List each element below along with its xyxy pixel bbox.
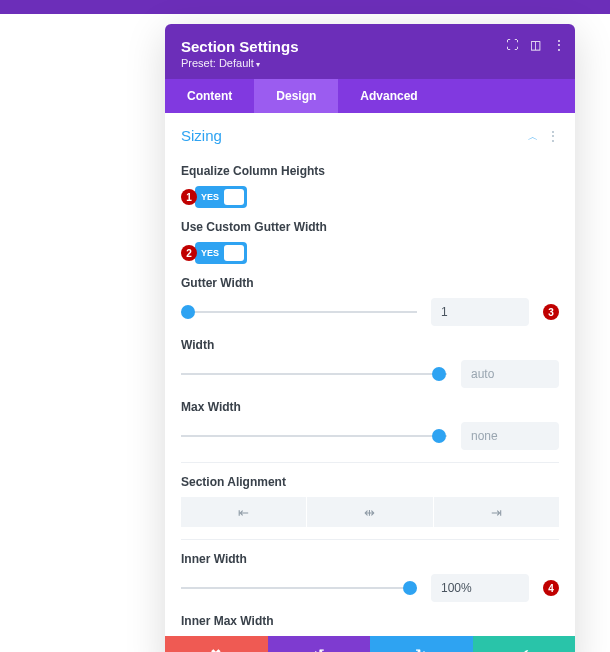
save-button[interactable]: ✔	[473, 636, 576, 652]
annotation-badge-3: 3	[543, 304, 559, 320]
custom-gutter-toggle[interactable]: YES	[195, 242, 247, 264]
max-width-label: Max Width	[181, 400, 559, 414]
redo-button[interactable]: ↻	[370, 636, 473, 652]
width-label: Width	[181, 338, 559, 352]
inner-width-row: 4	[181, 574, 559, 602]
gutter-width-label: Gutter Width	[181, 276, 559, 290]
max-width-slider[interactable]	[181, 427, 447, 445]
annotation-badge-4: 4	[543, 580, 559, 596]
check-icon: ✔	[518, 646, 530, 652]
toggle-knob	[224, 245, 244, 261]
modal-body: Sizing 〈 ⋮ .section-icons .chev{transfor…	[165, 113, 575, 636]
slider-track	[181, 311, 417, 313]
equalize-toggle-row: 1 YES	[181, 186, 559, 208]
inner-width-input[interactable]	[431, 574, 529, 602]
gutter-width-input[interactable]	[431, 298, 529, 326]
width-slider[interactable]	[181, 365, 447, 383]
preset-value: Default	[219, 57, 254, 69]
inner-width-slider[interactable]	[181, 579, 417, 597]
tab-content[interactable]: Content	[165, 79, 254, 113]
section-title: Sizing	[181, 127, 222, 144]
max-width-input[interactable]	[461, 422, 559, 450]
header-icons: ⛶ ◫ ⋮	[506, 38, 565, 52]
section-settings-modal: Section Settings Preset: Default▾ ⛶ ◫ ⋮ …	[165, 24, 575, 652]
caret-down-icon: ▾	[256, 60, 260, 69]
align-left-button[interactable]: ⇤	[181, 497, 306, 527]
slider-track	[181, 435, 447, 437]
modal-footer: ✖ ↺ ↻ ✔	[165, 636, 575, 652]
align-center-button[interactable]: ⇹	[306, 497, 432, 527]
section-alignment-row: ⇤ ⇹ ⇥	[181, 497, 559, 527]
annotation-badge-1: 1	[181, 189, 197, 205]
slider-track	[181, 587, 417, 589]
separator	[181, 539, 559, 540]
gutter-width-slider[interactable]	[181, 303, 417, 321]
align-right-button[interactable]: ⇥	[433, 497, 559, 527]
equalize-label: Equalize Column Heights	[181, 164, 559, 178]
section-alignment-label: Section Alignment	[181, 475, 559, 489]
undo-icon: ↺	[313, 646, 325, 652]
tab-advanced[interactable]: Advanced	[338, 79, 439, 113]
toggle-yes-label: YES	[197, 192, 223, 202]
custom-gutter-label: Use Custom Gutter Width	[181, 220, 559, 234]
page-top-bar	[0, 0, 610, 14]
equalize-toggle[interactable]: YES	[195, 186, 247, 208]
preset-prefix: Preset:	[181, 57, 219, 69]
max-width-row	[181, 422, 559, 450]
redo-icon: ↻	[415, 646, 427, 652]
annotation-badge-2: 2	[181, 245, 197, 261]
width-row	[181, 360, 559, 388]
close-icon: ✖	[210, 646, 222, 652]
modal-title: Section Settings	[181, 38, 559, 55]
slider-thumb[interactable]	[403, 581, 417, 595]
cancel-button[interactable]: ✖	[165, 636, 268, 652]
inner-max-width-label: Inner Max Width	[181, 614, 559, 628]
modal-header: Section Settings Preset: Default▾ ⛶ ◫ ⋮	[165, 24, 575, 79]
separator	[181, 462, 559, 463]
slider-thumb[interactable]	[181, 305, 195, 319]
responsive-icon[interactable]: ◫	[530, 38, 541, 52]
slider-thumb[interactable]	[432, 429, 446, 443]
section-head[interactable]: Sizing 〈 ⋮	[181, 113, 559, 152]
expand-icon[interactable]: ⛶	[506, 38, 518, 52]
chevron-up-icon[interactable]: 〈	[525, 131, 539, 141]
width-input[interactable]	[461, 360, 559, 388]
more-icon[interactable]: ⋮	[553, 38, 565, 52]
section-options-icon[interactable]: ⋮	[547, 129, 559, 143]
gutter-width-row: 3	[181, 298, 559, 326]
slider-track	[181, 373, 447, 375]
preset-selector[interactable]: Preset: Default▾	[181, 57, 559, 69]
custom-gutter-toggle-row: 2 YES	[181, 242, 559, 264]
toggle-yes-label: YES	[197, 248, 223, 258]
tab-bar: Content Design Advanced	[165, 79, 575, 113]
toggle-knob	[224, 189, 244, 205]
inner-width-label: Inner Width	[181, 552, 559, 566]
slider-thumb[interactable]	[432, 367, 446, 381]
section-head-icons: 〈 ⋮	[527, 129, 559, 143]
undo-button[interactable]: ↺	[268, 636, 371, 652]
tab-design[interactable]: Design	[254, 79, 338, 113]
